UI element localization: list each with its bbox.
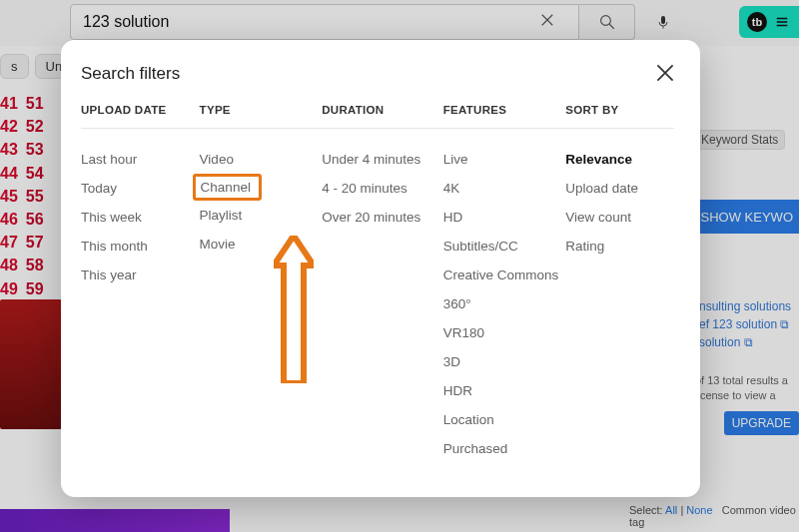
filter-option-channel[interactable]: Channel: [200, 174, 323, 201]
filter-option-playlist[interactable]: Playlist: [200, 201, 323, 230]
filter-option-purchased[interactable]: Purchased: [443, 434, 566, 463]
filter-option-under-4[interactable]: Under 4 minutes: [322, 145, 443, 174]
sort-option-view-count[interactable]: View count: [565, 203, 674, 232]
filter-option-this-week[interactable]: This week: [81, 203, 200, 232]
filter-option-live[interactable]: Live: [443, 145, 566, 174]
modal-title: Search filters: [81, 64, 674, 84]
sort-option-rating[interactable]: Rating: [565, 232, 674, 261]
column-header: TYPE: [200, 104, 323, 129]
search-filters-modal: Search filters UPLOAD DATE Last hour Tod…: [61, 40, 700, 497]
column-features: FEATURES Live 4K HD Subtitles/CC Creativ…: [443, 104, 566, 463]
filter-option-last-hour[interactable]: Last hour: [81, 145, 200, 174]
sort-option-upload-date[interactable]: Upload date: [565, 174, 674, 203]
filter-option-4-20[interactable]: 4 - 20 minutes: [322, 174, 443, 203]
filter-option-vr180[interactable]: VR180: [443, 318, 566, 347]
filter-option-360[interactable]: 360°: [443, 289, 566, 318]
filter-option-location[interactable]: Location: [443, 405, 566, 434]
filter-option-4k[interactable]: 4K: [443, 174, 566, 203]
column-upload-date: UPLOAD DATE Last hour Today This week Th…: [81, 104, 200, 463]
filter-option-cc[interactable]: Creative Commons: [443, 261, 566, 289]
column-header: DURATION: [322, 104, 443, 129]
filter-option-subtitles[interactable]: Subtitles/CC: [443, 232, 566, 261]
filter-option-over-20[interactable]: Over 20 minutes: [322, 203, 443, 232]
filter-option-hd[interactable]: HD: [443, 203, 566, 232]
column-sort-by: SORT BY Relevance Upload date View count…: [565, 104, 674, 463]
filter-option-today[interactable]: Today: [81, 174, 200, 203]
filter-option-video[interactable]: Video: [200, 145, 323, 174]
close-icon: [652, 60, 678, 86]
sort-option-relevance[interactable]: Relevance: [565, 145, 674, 174]
column-header: UPLOAD DATE: [81, 104, 200, 129]
filter-option-this-month[interactable]: This month: [81, 232, 200, 261]
filter-option-hdr[interactable]: HDR: [443, 376, 566, 405]
filter-option-this-year[interactable]: This year: [81, 261, 200, 289]
filter-option-3d[interactable]: 3D: [443, 347, 566, 376]
column-header: FEATURES: [443, 104, 566, 129]
filter-option-movie[interactable]: Movie: [200, 230, 323, 259]
close-button[interactable]: [652, 60, 678, 86]
column-type: TYPE Video Channel Playlist Movie: [200, 104, 323, 463]
column-duration: DURATION Under 4 minutes 4 - 20 minutes …: [322, 104, 443, 463]
column-header: SORT BY: [565, 104, 674, 129]
